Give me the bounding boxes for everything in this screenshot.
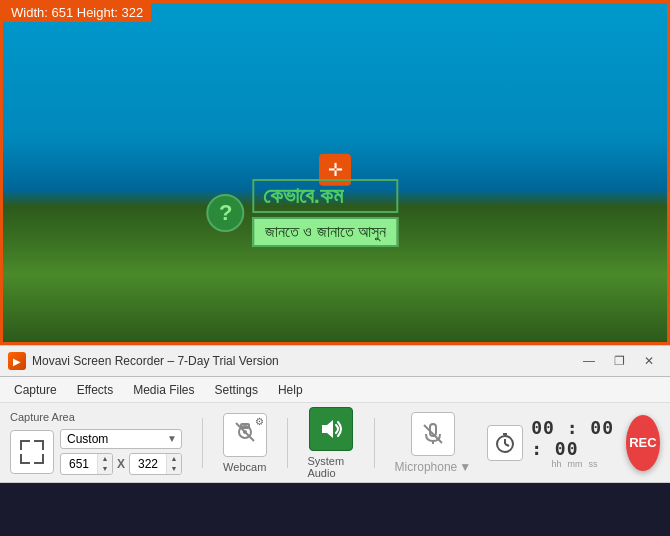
svg-rect-3 [42,440,44,450]
time-value: 00 : 00 : 00 [531,417,618,459]
restore-button[interactable]: ❐ [606,350,632,372]
watermark-tagline: জানতে ও জানাতে আসুন [253,217,398,247]
microphone-button[interactable] [411,412,455,456]
time-labels: hh mm ss [551,459,597,469]
record-button[interactable]: REC [626,415,660,471]
timer-button[interactable] [487,425,523,461]
system-audio-section: System Audio [307,407,353,479]
width-down-button[interactable]: ▼ [98,464,112,474]
capture-area-icon [18,438,46,466]
menu-item-media-files[interactable]: Media Files [123,379,204,401]
main-toolbar: Capture Area Custom ▼ [0,403,670,483]
dimensions-label: Width: 651 Height: 322 [3,3,151,22]
height-down-button[interactable]: ▼ [167,464,181,474]
mm-label: mm [568,459,583,469]
menubar: Capture Effects Media Files Settings Hel… [0,377,670,403]
close-button[interactable]: ✕ [636,350,662,372]
preset-dropdown[interactable]: Custom ▼ [60,429,182,449]
right-controls: 00 : 00 : 00 hh mm ss REC [487,415,660,471]
height-up-button[interactable]: ▲ [167,454,181,464]
watermark-overlay: ? কেভাবে.কম জানতে ও জানাতে আসুন [207,179,398,247]
height-spinners: ▲ ▼ [166,454,181,474]
menu-item-help[interactable]: Help [268,379,313,401]
divider-1 [202,418,203,468]
width-up-button[interactable]: ▲ [98,454,112,464]
svg-line-18 [505,444,509,446]
dimension-x-label: X [117,457,125,471]
preview-area: Width: 651 Height: 322 ✛ ? কেভাবে.কম জান… [0,0,670,345]
minimize-button[interactable]: — [576,350,602,372]
microphone-dropdown[interactable]: Microphone ▼ [395,460,472,474]
menu-item-effects[interactable]: Effects [67,379,123,401]
height-input-wrapper: 322 ▲ ▼ [129,453,182,475]
menu-item-settings[interactable]: Settings [205,379,268,401]
system-audio-button[interactable] [309,407,353,451]
ss-label: ss [589,459,598,469]
width-input[interactable]: 651 [61,455,97,473]
chevron-down-icon: ▼ [459,460,471,474]
capture-area-section: Capture Area Custom ▼ [10,411,182,475]
menu-item-capture[interactable]: Capture [4,379,67,401]
hh-label: hh [551,459,561,469]
capture-area-controls: Custom ▼ 651 ▲ ▼ X 322 ▲ [10,429,182,475]
microphone-section: Microphone ▼ [395,412,472,474]
timer-section [487,425,523,461]
height-input[interactable]: 322 [130,455,166,473]
capture-area-label: Capture Area [10,411,182,423]
microphone-off-icon [421,422,445,446]
gear-icon: ⚙ [255,416,264,427]
webcam-button[interactable]: ⚙ [223,413,267,457]
window-title: Movavi Screen Recorder – 7-Day Trial Ver… [32,354,576,368]
window-controls: — ❐ ✕ [576,350,662,372]
svg-marker-12 [322,420,333,438]
divider-3 [374,418,375,468]
width-input-wrapper: 651 ▲ ▼ [60,453,113,475]
chevron-down-icon: ▼ [167,433,177,444]
capture-area-button[interactable] [10,430,54,474]
webcam-section: ⚙ Webcam [223,413,267,473]
clock-icon [494,432,516,454]
width-spinners: ▲ ▼ [97,454,112,474]
svg-rect-5 [20,462,30,464]
watermark-url: কেভাবে.কম [253,179,398,213]
webcam-label: Webcam [223,461,266,473]
speaker-icon [319,417,343,441]
divider-2 [287,418,288,468]
window-titlebar: ▶ Movavi Screen Recorder – 7-Day Trial V… [0,345,670,377]
app-icon: ▶ [8,352,26,370]
time-display: 00 : 00 : 00 hh mm ss [531,417,618,469]
question-icon: ? [207,194,245,232]
svg-rect-7 [42,454,44,464]
capture-controls: Custom ▼ 651 ▲ ▼ X 322 ▲ [60,429,182,475]
system-audio-label: System Audio [307,455,353,479]
svg-rect-1 [20,440,22,450]
dimension-row: 651 ▲ ▼ X 322 ▲ ▼ [60,453,182,475]
